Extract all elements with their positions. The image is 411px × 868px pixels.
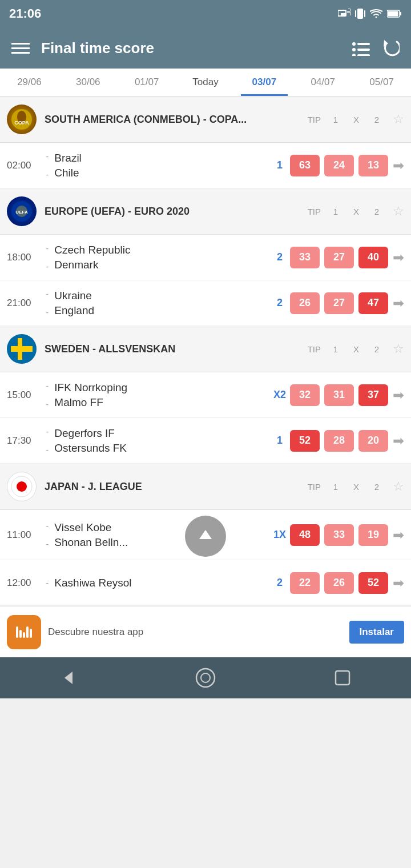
copa-favorite-star[interactable]: ☆ — [393, 112, 404, 127]
match-odds-degerfors: 52 28 20 — [290, 430, 388, 452]
copa-col-2: 2 — [366, 115, 387, 124]
arrow-vissel[interactable]: ➡ — [393, 527, 404, 543]
tab-05-07[interactable]: 05/07 — [352, 69, 411, 96]
list-icon[interactable] — [352, 40, 370, 56]
svg-text:UEFA: UEFA — [15, 210, 28, 215]
sweden-favorite-star[interactable]: ☆ — [393, 341, 404, 356]
odds-x-ifk[interactable]: 31 — [324, 384, 354, 406]
euro-col-2: 2 — [366, 207, 387, 216]
uefa-logo: UEFA — [7, 196, 37, 226]
match-time-ifk: 15:00 — [7, 389, 46, 401]
odds-2-degerfors[interactable]: 20 — [358, 430, 388, 452]
arrow-kashiwa[interactable]: ➡ — [393, 575, 404, 591]
svg-rect-1 — [341, 13, 346, 16]
ad-install-button[interactable]: Instalar — [349, 621, 404, 644]
odds-1-czech[interactable]: 33 — [290, 247, 320, 268]
team-kashiwa-reysol: Kashiwa Reysol — [54, 576, 269, 590]
ad-banner[interactable]: Descubre nuestra app Instalar — [0, 606, 411, 657]
odds-2-ukraine[interactable]: 47 — [358, 292, 388, 314]
sweden-col-x: X — [346, 344, 366, 354]
svg-rect-7 — [400, 12, 401, 15]
match-time-degerfors: 17:30 — [7, 435, 46, 447]
odds-x-brazil[interactable]: 24 — [324, 155, 354, 176]
arrow-ifk[interactable]: ➡ — [393, 387, 404, 403]
odds-1-degerfors[interactable]: 52 — [290, 430, 320, 452]
svg-rect-11 — [357, 49, 370, 51]
odds-x-vissel[interactable]: 33 — [324, 524, 354, 546]
match-time-czech: 18:00 — [7, 252, 46, 263]
tab-29-06[interactable]: 29/06 — [0, 69, 59, 96]
arrow-czech[interactable]: ➡ — [393, 250, 404, 266]
nav-back-button[interactable] — [51, 661, 86, 695]
match-tip-ukraine: 2 — [269, 297, 290, 309]
ad-brand-icon — [13, 621, 35, 644]
match-tip-degerfors: 1 — [269, 435, 290, 447]
tab-03-07[interactable]: 03/07 — [235, 69, 293, 96]
match-time-brazil: 02:00 — [7, 160, 46, 171]
refresh-icon[interactable] — [381, 39, 400, 57]
copa-tip-cols: TIP 1 X 2 — [308, 115, 387, 124]
header-left: Final time score — [11, 39, 154, 57]
odds-x-kashiwa[interactable]: 26 — [324, 572, 354, 594]
match-tip-ifk: X2 — [269, 389, 290, 401]
match-row-kashiwa: 12:00 - Kashiwa Reysol 2 22 26 52 ➡ — [0, 560, 411, 606]
odds-1-kashiwa[interactable]: 22 — [290, 572, 320, 594]
status-bar: 21:06 — [0, 0, 411, 27]
match-tip-czech: 2 — [269, 251, 290, 263]
menu-button[interactable] — [11, 43, 30, 54]
tab-01-07[interactable]: 01/07 — [118, 69, 176, 96]
match-dash-brazil: - - — [46, 151, 49, 180]
arrow-ukraine[interactable]: ➡ — [393, 295, 404, 311]
match-odds-ukraine: 26 27 47 — [290, 292, 388, 314]
odds-1-brazil[interactable]: 63 — [290, 155, 320, 176]
arrow-degerfors[interactable]: ➡ — [393, 433, 404, 449]
odds-1-ifk[interactable]: 32 — [290, 384, 320, 406]
odds-x-ukraine[interactable]: 27 — [324, 292, 354, 314]
tab-today[interactable]: Today — [176, 69, 235, 96]
odds-1-vissel[interactable]: 48 — [290, 524, 320, 546]
match-row-ifk-malmo: 15:00 - - IFK Norrkoping Malmo FF X2 32 … — [0, 372, 411, 418]
copa-tip-label: TIP — [308, 115, 321, 124]
svg-point-36 — [201, 673, 210, 682]
sweden-tip-label: TIP — [308, 344, 321, 354]
match-row-brazil-chile: 02:00 - - Brazil Chile 1 63 24 13 ➡ — [0, 143, 411, 188]
team-chile: Chile — [54, 166, 269, 180]
odds-2-vissel[interactable]: 19 — [358, 524, 388, 546]
odds-1-ukraine[interactable]: 26 — [290, 292, 320, 314]
japan-col-2: 2 — [366, 482, 387, 492]
odds-x-degerfors[interactable]: 28 — [324, 430, 354, 452]
team-brazil: Brazil — [54, 151, 269, 166]
odds-2-czech[interactable]: 40 — [358, 247, 388, 268]
copa-col-1: 1 — [325, 115, 346, 124]
match-teams-ifk: IFK Norrkoping Malmo FF — [54, 380, 269, 409]
japan-favorite-star[interactable]: ☆ — [393, 479, 404, 494]
league-header-euro: UEFA EUROPE (UEFA) - EURO 2020 TIP 1 X 2… — [0, 188, 411, 235]
euro-favorite-star[interactable]: ☆ — [393, 204, 404, 219]
scroll-up-button[interactable] — [185, 516, 226, 557]
match-teams-czech: Czech Republic Denmark — [54, 243, 269, 272]
odds-x-czech[interactable]: 27 — [324, 247, 354, 268]
tab-30-06[interactable]: 30/06 — [59, 69, 118, 96]
vibrate-icon — [355, 7, 365, 20]
ad-logo — [7, 615, 41, 649]
status-icons — [338, 7, 402, 20]
nav-recent-button[interactable] — [325, 661, 360, 695]
header-title: Final time score — [41, 39, 154, 57]
svg-rect-4 — [364, 10, 365, 17]
odds-2-ifk[interactable]: 37 — [358, 384, 388, 406]
svg-rect-2 — [357, 9, 363, 19]
odds-2-brazil[interactable]: 13 — [358, 155, 388, 176]
odds-2-kashiwa[interactable]: 52 — [358, 572, 388, 594]
match-odds-czech: 33 27 40 — [290, 247, 388, 268]
svg-point-25 — [17, 481, 27, 492]
japan-tip-cols: TIP 1 X 2 — [308, 482, 387, 492]
team-malmo-ff: Malmo FF — [54, 395, 269, 410]
nav-home-button[interactable] — [188, 661, 223, 695]
tab-04-07[interactable]: 04/07 — [293, 69, 352, 96]
cast-icon — [338, 9, 350, 19]
team-degerfors-if: Degerfors IF — [54, 426, 269, 441]
svg-text:COPA: COPA — [14, 120, 29, 126]
scroll-up-container: 11:00 - - Vissel Kobe Shonan Belln... 1X… — [0, 510, 411, 560]
team-denmark: Denmark — [54, 258, 269, 272]
arrow-brazil[interactable]: ➡ — [393, 158, 404, 174]
